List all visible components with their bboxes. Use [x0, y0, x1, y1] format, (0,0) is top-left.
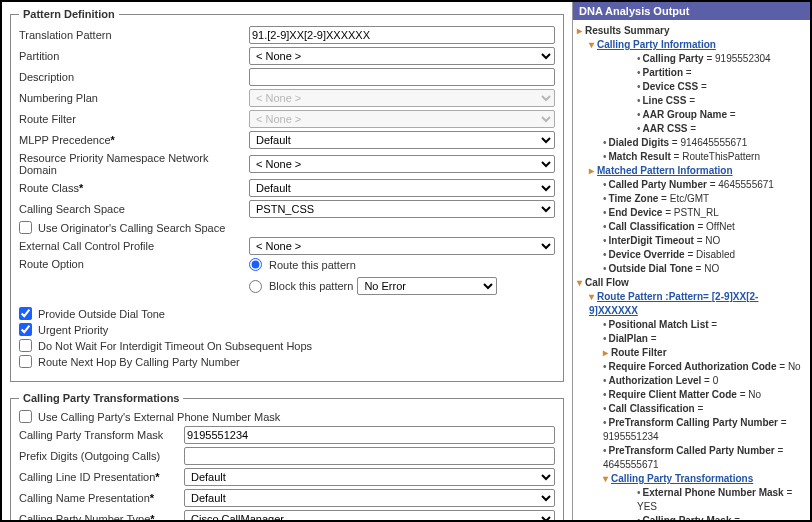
line-id-pres-select[interactable]: Default — [184, 468, 555, 486]
translation-pattern-label: Translation Pattern — [19, 29, 249, 41]
route-filter-label: Route Filter — [19, 113, 249, 125]
twisty-icon[interactable]: ▾ — [589, 38, 597, 52]
provide-dial-tone-checkbox[interactable] — [19, 307, 32, 320]
twisty-icon[interactable]: ▸ — [577, 24, 585, 38]
route-pattern-title[interactable]: Route Pattern :Pattern= [2-9]XX[2-9]XXXX… — [589, 291, 758, 316]
use-orig-css-label: Use Originator's Calling Search Space — [38, 222, 225, 234]
urgent-priority-label: Urgent Priority — [38, 324, 108, 336]
no-wait-interdigit-label: Do Not Wait For Interdigit Timeout On Su… — [38, 340, 312, 352]
description-input[interactable] — [249, 68, 555, 86]
calling-party-transform-fieldset: Calling Party Transformations Use Callin… — [10, 392, 564, 520]
twisty-icon[interactable]: ▾ — [577, 276, 585, 290]
numbering-plan-label: Numbering Plan — [19, 92, 249, 104]
block-reason-select[interactable]: No Error — [357, 277, 497, 295]
route-next-hop-label: Route Next Hop By Calling Party Number — [38, 356, 240, 368]
number-type-label: Calling Party Number Type — [19, 513, 155, 520]
route-this-pattern-label: Route this pattern — [269, 259, 356, 271]
results-summary-title: Results Summary — [585, 25, 669, 36]
twisty-icon[interactable]: ▸ — [603, 346, 611, 360]
prefix-digits-label: Prefix Digits (Outgoing Calls) — [19, 450, 184, 462]
twisty-icon[interactable]: ▾ — [589, 290, 597, 304]
translation-pattern-input[interactable] — [249, 26, 555, 44]
block-this-pattern-label: Block this pattern — [269, 280, 353, 292]
partition-label: Partition — [19, 50, 249, 62]
number-type-select[interactable]: Cisco CallManager — [184, 510, 555, 520]
block-this-pattern-radio[interactable] — [249, 280, 262, 293]
dna-analysis-panel: DNA Analysis Output ▸Results Summary ▾Ca… — [572, 2, 810, 520]
prefix-digits-input[interactable] — [184, 447, 555, 465]
use-ext-mask-checkbox[interactable] — [19, 410, 32, 423]
twisty-icon[interactable]: ▸ — [589, 164, 597, 178]
urgent-priority-checkbox[interactable] — [19, 323, 32, 336]
route-filter-sec-title: Route Filter — [611, 347, 667, 358]
rpnd-select[interactable]: < None > — [249, 155, 555, 173]
css-label: Calling Search Space — [19, 203, 249, 215]
route-next-hop-checkbox[interactable] — [19, 355, 32, 368]
ext-call-ctrl-select[interactable]: < None > — [249, 237, 555, 255]
partition-select[interactable]: < None > — [249, 47, 555, 65]
route-this-pattern-radio[interactable] — [249, 258, 262, 271]
matched-pattern-info-title[interactable]: Matched Pattern Information — [597, 165, 733, 176]
rpnd-label: Resource Priority Namespace Network Doma… — [19, 152, 249, 176]
ext-call-ctrl-label: External Call Control Profile — [19, 240, 249, 252]
cpt-sec-title[interactable]: Calling Party Transformations — [611, 473, 753, 484]
name-pres-select[interactable]: Default — [184, 489, 555, 507]
mlpp-label: MLPP Precedence — [19, 134, 115, 146]
route-filter-select: < None > — [249, 110, 555, 128]
use-orig-css-checkbox[interactable] — [19, 221, 32, 234]
config-panel: Pattern Definition Translation Pattern P… — [2, 2, 572, 520]
provide-dial-tone-label: Provide Outside Dial Tone — [38, 308, 165, 320]
calling-party-transform-legend: Calling Party Transformations — [19, 392, 183, 404]
transform-mask-input[interactable] — [184, 426, 555, 444]
mlpp-select[interactable]: Default — [249, 131, 555, 149]
route-option-label: Route Option — [19, 258, 249, 270]
transform-mask-label: Calling Party Transform Mask — [19, 429, 184, 441]
no-wait-interdigit-checkbox[interactable] — [19, 339, 32, 352]
pattern-definition-legend: Pattern Definition — [19, 8, 119, 20]
dna-header: DNA Analysis Output — [573, 2, 810, 20]
use-ext-mask-label: Use Calling Party's External Phone Numbe… — [38, 411, 280, 423]
calling-party-info-title[interactable]: Calling Party Information — [597, 39, 716, 50]
pattern-definition-fieldset: Pattern Definition Translation Pattern P… — [10, 8, 564, 382]
css-select[interactable]: PSTN_CSS — [249, 200, 555, 218]
numbering-plan-select: < None > — [249, 89, 555, 107]
twisty-icon[interactable]: ▾ — [603, 472, 611, 486]
name-pres-label: Calling Name Presentation — [19, 492, 154, 504]
route-class-label: Route Class — [19, 182, 83, 194]
description-label: Description — [19, 71, 249, 83]
call-flow-title: Call Flow — [585, 277, 629, 288]
route-class-select[interactable]: Default — [249, 179, 555, 197]
dna-body: ▸Results Summary ▾Calling Party Informat… — [573, 20, 810, 520]
line-id-pres-label: Calling Line ID Presentation — [19, 471, 160, 483]
